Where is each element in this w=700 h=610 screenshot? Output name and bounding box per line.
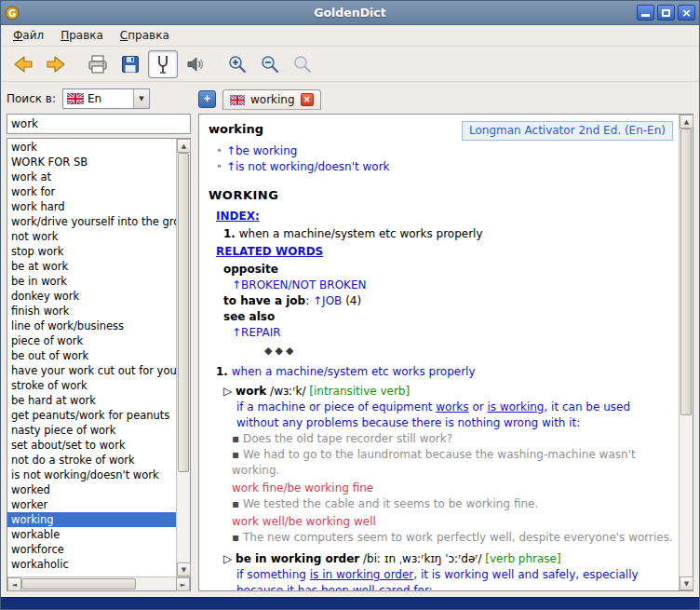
- article-line: ◆◆◆: [209, 343, 673, 359]
- list-item[interactable]: set about/set to work: [7, 438, 176, 453]
- article-text: if a machine or piece of equipment: [236, 400, 436, 413]
- scroll-left-button[interactable]: ◄: [7, 577, 21, 591]
- menu-item-edit[interactable]: Правка: [52, 26, 112, 45]
- list-item[interactable]: be out of work: [7, 348, 176, 363]
- list-item[interactable]: workforce: [7, 542, 176, 557]
- article-link[interactable]: INDEX:: [216, 210, 260, 223]
- list-item[interactable]: not work: [7, 229, 176, 244]
- list-item[interactable]: have your work cut out for you: [7, 363, 176, 378]
- scroll-track[interactable]: [21, 577, 176, 590]
- forward-button[interactable]: [41, 50, 71, 78]
- arrow-left-icon: ◄: [12, 581, 17, 589]
- list-item[interactable]: workable: [7, 527, 176, 542]
- list-item[interactable]: WORK FOR SB: [7, 155, 176, 169]
- scroll-down-button[interactable]: ▼: [680, 576, 693, 590]
- scroll-right-button[interactable]: ►: [176, 577, 190, 591]
- zoom-original-icon: [291, 53, 314, 75]
- print-button[interactable]: [83, 50, 113, 78]
- article-line: ↑BROKEN/NOT BROKEN: [209, 278, 673, 293]
- article-link[interactable]: RELATED WORDS: [216, 245, 323, 258]
- tab-close-button[interactable]: ×: [301, 93, 314, 106]
- article-scrollbar[interactable]: ▲ ▼: [679, 115, 693, 590]
- list-item[interactable]: work: [7, 140, 176, 155]
- article-line: to have a job: ↑JOB (4): [209, 293, 673, 309]
- minimize-button[interactable]: [637, 5, 654, 20]
- combo-dropdown-button[interactable]: ▼: [133, 89, 149, 108]
- list-item[interactable]: get peanuts/work for peanuts: [7, 408, 176, 423]
- list-item[interactable]: work hard: [7, 199, 176, 214]
- article-line: ▪ Does the old tape recorder still work?: [209, 431, 673, 447]
- article-line: WORKING: [209, 187, 673, 204]
- list-item[interactable]: line of work/business: [7, 319, 176, 333]
- scroll-up-button[interactable]: ▲: [680, 115, 693, 129]
- list-item[interactable]: finish work: [7, 304, 176, 319]
- scrollbar-thumb[interactable]: [178, 153, 189, 472]
- list-item[interactable]: be hard at work: [7, 393, 176, 408]
- list-item[interactable]: piece of work: [7, 333, 176, 348]
- zoom-out-button[interactable]: [255, 50, 285, 78]
- article-link[interactable]: ↑is not working/doesn't work: [226, 160, 390, 173]
- tab-working[interactable]: working ×: [222, 89, 321, 110]
- article-link[interactable]: works: [436, 400, 468, 413]
- add-tab-button[interactable]: +: [198, 90, 216, 108]
- list-item[interactable]: be in work: [7, 274, 176, 289]
- scroll-track[interactable]: [680, 129, 693, 576]
- list-item[interactable]: working: [7, 512, 176, 527]
- word-list: workWORK FOR SBwork atwork forwork hardw…: [7, 139, 176, 576]
- article-link[interactable]: is working: [487, 400, 544, 413]
- list-item[interactable]: nasty piece of work: [7, 423, 176, 438]
- back-button[interactable]: [8, 50, 38, 78]
- article-panel: working Longman Activator 2nd Ed. (En-En…: [198, 114, 693, 591]
- list-item[interactable]: worked: [7, 482, 176, 497]
- scroll-down-button[interactable]: ▼: [177, 563, 191, 576]
- list-horizontal-scrollbar[interactable]: ◄ ►: [7, 576, 190, 590]
- close-icon: ×: [681, 7, 692, 20]
- list-item[interactable]: workaholic: [7, 557, 176, 572]
- menu-item-file[interactable]: Файл: [5, 26, 52, 45]
- save-article-button[interactable]: [115, 50, 145, 78]
- maximize-button[interactable]: [657, 5, 675, 20]
- scrollbar-thumb[interactable]: [680, 129, 692, 415]
- list-item[interactable]: work for: [7, 184, 176, 199]
- article-link[interactable]: ↑BROKEN/NOT BROKEN: [232, 278, 367, 291]
- scroll-track[interactable]: [177, 153, 190, 563]
- group-label: En: [88, 92, 129, 105]
- svg-text:G: G: [8, 8, 16, 19]
- list-item[interactable]: not do a stroke of work: [7, 453, 176, 468]
- zoom-in-button[interactable]: [222, 50, 252, 78]
- article-link[interactable]: ↑JOB: [313, 294, 342, 307]
- scrollbar-thumb[interactable]: [21, 578, 136, 590]
- menu-item-help[interactable]: Справка: [112, 26, 178, 45]
- close-button[interactable]: ×: [678, 5, 695, 20]
- article-link[interactable]: ↑be working: [226, 144, 297, 157]
- dictionary-group-combo[interactable]: En ▼: [62, 88, 150, 109]
- list-vertical-scrollbar[interactable]: ▲ ▼: [176, 139, 190, 576]
- titlebar[interactable]: G GoldenDict ×: [1, 1, 699, 25]
- zoom-original-button[interactable]: [288, 50, 317, 78]
- list-item[interactable]: work at: [7, 169, 176, 184]
- article-link[interactable]: ↑REPAIR: [232, 326, 281, 339]
- article-line: ▷ be in working order /biː ɪn ˌwɜːʳkɪŋ ˈ…: [209, 551, 673, 567]
- list-item[interactable]: stop work: [7, 244, 176, 259]
- article-text: Does the old tape recorder still work?: [243, 432, 452, 445]
- list-item[interactable]: is not working/doesn't work: [7, 468, 176, 482]
- article-link[interactable]: is in working order: [310, 568, 414, 581]
- article-text: when a machine/system etc works properly: [228, 365, 476, 378]
- word-input[interactable]: [7, 114, 191, 134]
- list-item[interactable]: stroke of work: [7, 378, 176, 393]
- article-text: •: [216, 144, 226, 157]
- chevron-down-icon: ▼: [139, 95, 143, 102]
- plus-icon: +: [204, 91, 211, 106]
- article-line: work well/be working well: [209, 514, 673, 530]
- article-text: /wɜːʳk/: [266, 385, 309, 398]
- dictionary-label[interactable]: Longman Activator 2nd Ed. (En-En): [462, 121, 673, 141]
- list-item[interactable]: work/drive yourself into the ground: [7, 214, 176, 229]
- list-item[interactable]: worker: [7, 497, 176, 512]
- list-item[interactable]: donkey work: [7, 289, 176, 304]
- uk-flag-icon: [230, 95, 245, 105]
- list-item[interactable]: be at work: [7, 259, 176, 274]
- volume-button[interactable]: [181, 50, 210, 78]
- pronounce-word-button[interactable]: [148, 50, 178, 78]
- article-text: (4): [342, 294, 361, 307]
- scroll-up-button[interactable]: ▲: [177, 139, 191, 153]
